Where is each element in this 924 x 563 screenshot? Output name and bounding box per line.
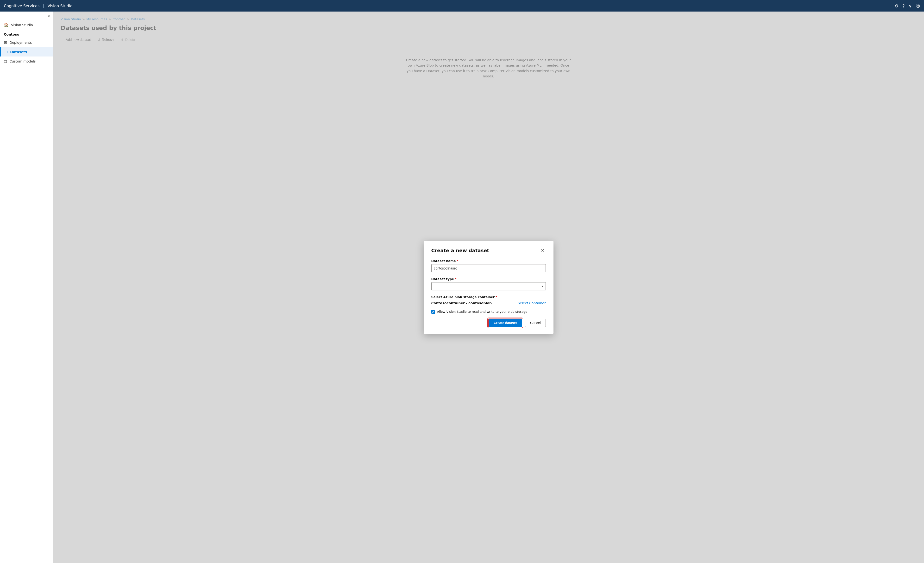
top-navigation: Cognitive Services | Vision Studio ⚙ ? ∨…: [0, 0, 924, 12]
dataset-name-group: Dataset name *: [431, 259, 546, 273]
sidebar-item-label: Custom models: [9, 59, 36, 63]
home-icon: 🏠: [4, 22, 9, 27]
dataset-type-select-wrapper: ▾: [431, 282, 546, 290]
modal-close-button[interactable]: ✕: [539, 248, 546, 253]
dataset-type-select[interactable]: [431, 282, 546, 290]
user-icon[interactable]: ☺: [916, 3, 920, 8]
checkbox-label: Allow Vision Studio to read and write to…: [437, 310, 527, 313]
dataset-name-input[interactable]: [431, 264, 546, 273]
modal-header: Create a new dataset ✕: [431, 248, 546, 253]
deployments-icon: ⊞: [4, 40, 7, 45]
chevron-down-icon[interactable]: ∨: [909, 3, 912, 8]
sidebar-item-label: Datasets: [10, 50, 27, 54]
nav-icons-area: ⚙ ? ∨ ☺: [895, 3, 920, 8]
sidebar-item-label: Deployments: [9, 40, 32, 45]
modal-footer: Create dataset Cancel: [431, 319, 546, 327]
sidebar-collapse-button[interactable]: «: [0, 12, 52, 20]
sidebar-item-deployments[interactable]: ⊞ Deployments: [0, 38, 52, 47]
content-area: Vision Studio > My resources > Contoso >…: [53, 12, 924, 563]
storage-row: Contosocontainer - contosoblob Select Co…: [431, 301, 546, 305]
datasets-icon: ◻: [4, 49, 8, 54]
storage-container-name: Contosocontainer - contosoblob: [431, 301, 492, 305]
storage-section: Select Azure blob storage container * Co…: [431, 295, 546, 305]
main-layout: « 🏠 Vision Studio Contoso ⊞ Deployments …: [0, 12, 924, 563]
dataset-type-label: Dataset type *: [431, 277, 546, 281]
custom-models-icon: ◻: [4, 59, 7, 63]
dataset-type-group: Dataset type * ▾: [431, 277, 546, 290]
dataset-name-label: Dataset name *: [431, 259, 546, 263]
sidebar-home-label: Vision Studio: [11, 23, 33, 27]
sidebar-item-datasets[interactable]: ◻ Datasets: [0, 47, 52, 57]
select-container-link[interactable]: Select Container: [518, 301, 546, 305]
help-icon[interactable]: ?: [902, 3, 905, 8]
settings-icon[interactable]: ⚙: [895, 3, 898, 8]
storage-required: *: [495, 295, 497, 299]
nav-separator: |: [43, 4, 44, 8]
allow-access-checkbox[interactable]: [431, 310, 435, 314]
modal-title: Create a new dataset: [431, 248, 489, 253]
sidebar-item-custom-models[interactable]: ◻ Custom models: [0, 57, 52, 66]
create-dataset-modal: Create a new dataset ✕ Dataset name * Da…: [424, 241, 554, 334]
modal-overlay: Create a new dataset ✕ Dataset name * Da…: [53, 12, 924, 563]
product-label: Vision Studio: [48, 4, 73, 8]
dataset-name-required: *: [457, 259, 458, 262]
dataset-type-required: *: [455, 277, 456, 280]
storage-label: Select Azure blob storage container *: [431, 295, 546, 299]
sidebar-home-item[interactable]: 🏠 Vision Studio: [0, 20, 52, 30]
create-dataset-button[interactable]: Create dataset: [488, 319, 522, 327]
cancel-button[interactable]: Cancel: [525, 319, 546, 327]
sidebar-section-label: Contoso: [0, 30, 52, 38]
brand-label: Cognitive Services: [4, 4, 39, 8]
sidebar: « 🏠 Vision Studio Contoso ⊞ Deployments …: [0, 12, 53, 563]
brand-area: Cognitive Services | Vision Studio: [4, 4, 72, 8]
checkbox-row: Allow Vision Studio to read and write to…: [431, 310, 546, 314]
